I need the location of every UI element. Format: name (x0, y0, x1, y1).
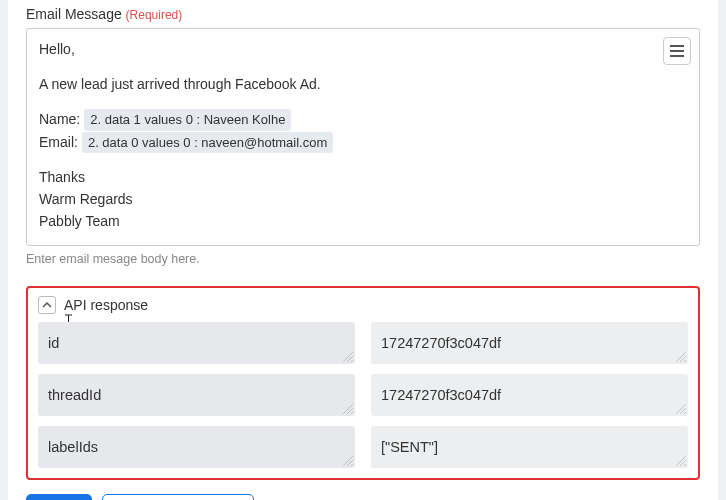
email-token[interactable]: 2. data 0 values 0 : naveen@hotmail.com (82, 132, 333, 154)
button-row: Save Send Test Request (26, 494, 700, 500)
email-message-editor[interactable]: Hello, A new lead just arrived through F… (26, 28, 700, 246)
api-value-cell[interactable]: 17247270f3c047df (371, 374, 688, 416)
greeting-line: Hello, (39, 39, 687, 60)
api-response-title: API response (64, 297, 148, 313)
api-key-cell[interactable]: threadId (38, 374, 355, 416)
api-response-section: API response id 17247270f3c047df threadI… (26, 286, 700, 480)
collapse-toggle[interactable] (38, 296, 56, 314)
api-value-cell[interactable]: 17247270f3c047df (371, 322, 688, 364)
editor-content: Hello, A new lead just arrived through F… (39, 39, 687, 232)
api-row: id 17247270f3c047df (38, 322, 688, 364)
api-key-text: labelIds (48, 439, 98, 455)
api-row: threadId 17247270f3c047df (38, 374, 688, 416)
svg-rect-0 (670, 45, 684, 47)
name-label: Name: (39, 109, 80, 130)
api-response-header: API response (38, 296, 688, 314)
name-token[interactable]: 2. data 1 values 0 : Naveen Kolhe (84, 109, 291, 131)
api-key-cell[interactable]: id (38, 322, 355, 364)
hamburger-icon (670, 45, 684, 57)
signoff2: Warm Regards (39, 189, 687, 210)
api-value-cell[interactable]: ["SENT"] (371, 426, 688, 468)
save-button[interactable]: Save (26, 494, 92, 500)
signoff3: Pabbly Team (39, 211, 687, 232)
api-row: labelIds ["SENT"] (38, 426, 688, 468)
editor-menu-button[interactable] (663, 37, 691, 65)
email-line: Email: 2. data 0 values 0 : naveen@hotma… (39, 132, 687, 154)
api-value-text: 17247270f3c047df (381, 335, 501, 351)
api-value-text: 17247270f3c047df (381, 387, 501, 403)
email-label: Email: (39, 132, 78, 153)
api-key-cell[interactable]: labelIds (38, 426, 355, 468)
api-value-text: ["SENT"] (381, 439, 438, 455)
svg-rect-2 (670, 55, 684, 57)
required-indicator: (Required) (126, 8, 183, 22)
resize-handle-icon (676, 404, 686, 414)
name-line: Name: 2. data 1 values 0 : Naveen Kolhe (39, 109, 687, 131)
send-test-request-button[interactable]: Send Test Request (102, 494, 254, 500)
chevron-up-icon (42, 300, 52, 310)
resize-handle-icon (676, 352, 686, 362)
form-panel: Email Message (Required) Hello, A new le… (8, 0, 718, 500)
resize-handle-icon (343, 456, 353, 466)
signoff1: Thanks (39, 167, 687, 188)
resize-handle-icon (343, 404, 353, 414)
label-text: Email Message (26, 6, 122, 22)
api-key-text: id (48, 335, 59, 351)
intro-line: A new lead just arrived through Facebook… (39, 74, 687, 95)
email-help-text: Enter email mesage body here. (26, 252, 700, 266)
svg-rect-1 (670, 50, 684, 52)
api-key-text: threadId (48, 387, 101, 403)
email-message-label: Email Message (Required) (26, 6, 700, 22)
resize-handle-icon (343, 352, 353, 362)
resize-handle-icon (676, 456, 686, 466)
